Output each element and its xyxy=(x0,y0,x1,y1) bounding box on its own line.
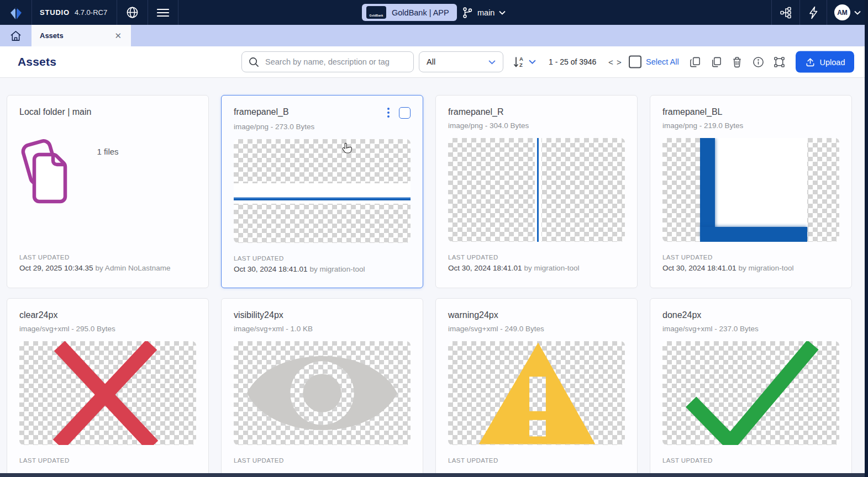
asset-meta: image/svg+xml - 1.0 KB xyxy=(234,325,411,333)
asset-card-header: framepanel_BL xyxy=(662,107,839,118)
hierarchy-button[interactable] xyxy=(771,0,799,25)
close-icon[interactable]: ✕ xyxy=(113,30,123,41)
flash-icon xyxy=(808,6,819,19)
brand-logo-icon xyxy=(8,5,24,20)
branch-name: main xyxy=(477,8,495,17)
info-button[interactable] xyxy=(752,56,764,68)
last-updated-date: Oct 30, 2024 18:41.01 xyxy=(448,264,522,272)
search-icon xyxy=(249,57,259,67)
git-branch-icon xyxy=(462,7,473,19)
asset-title: clear24px xyxy=(19,310,57,321)
asset-card[interactable]: visibility24pximage/svg+xml - 1.0 KB LAS… xyxy=(221,298,423,477)
card-menu-kebab-icon[interactable] xyxy=(386,107,391,119)
asset-card[interactable]: clear24pximage/svg+xml - 295.0 Bytes LAS… xyxy=(7,298,209,477)
vertical-scrollbar[interactable] xyxy=(865,0,868,477)
chevron-down-icon xyxy=(488,60,496,65)
navbar-right: AM xyxy=(771,0,868,25)
last-updated-date: Oct 30, 2024 18:41.01 xyxy=(662,264,737,272)
last-updated-label: LAST UPDATED xyxy=(234,255,411,262)
asset-updated: LAST UPDATED xyxy=(662,457,839,464)
chevron-down-icon xyxy=(854,10,861,15)
asset-updated: LAST UPDATEDOct 30, 2024 18:41.01by migr… xyxy=(234,255,411,273)
asset-card-header: Local folder | main xyxy=(19,107,196,118)
asset-preview xyxy=(234,139,411,243)
asset-meta: image/png - 304.0 Bytes xyxy=(448,121,625,130)
asset-image-red-x xyxy=(19,341,196,445)
last-updated-line: Oct 30, 2024 18:41.01by migration-tool xyxy=(234,265,411,273)
last-updated-label: LAST UPDATED xyxy=(662,254,839,261)
menu-icon xyxy=(157,8,169,17)
toolbar-actions xyxy=(689,56,785,68)
select-all-label[interactable]: Select All xyxy=(646,57,679,66)
select-all-checkbox[interactable] xyxy=(629,56,641,68)
last-updated-label: LAST UPDATED xyxy=(234,457,411,464)
asset-card[interactable]: done24pximage/svg+xml - 237.0 Bytes LAST… xyxy=(650,298,852,477)
search-box[interactable] xyxy=(241,51,414,72)
asset-card[interactable]: warning24pximage/svg+xml - 249.0 Bytes L… xyxy=(435,298,638,477)
asset-card[interactable]: framepanel_BLimage/png - 219.0 Bytes LAS… xyxy=(650,95,852,288)
sort-direction-chevron[interactable] xyxy=(529,60,536,65)
home-icon xyxy=(9,30,22,42)
last-updated-label: LAST UPDATED xyxy=(448,254,625,261)
asset-card[interactable]: framepanel_B image/png - 273.0 BytesLAST… xyxy=(221,95,423,288)
last-updated-label: LAST UPDATED xyxy=(662,457,839,464)
tab-assets[interactable]: Assets ✕ xyxy=(31,25,131,46)
globe-button[interactable] xyxy=(117,0,148,25)
product-name-section: STUDIO 4.7.0-RC7 xyxy=(32,0,117,25)
last-updated-line: Oct 30, 2024 18:41.01by migration-tool xyxy=(448,264,625,272)
asset-title: Local folder | main xyxy=(19,107,91,118)
asset-updated: LAST UPDATEDOct 29, 2025 10:34.35by Admi… xyxy=(19,254,196,272)
last-updated-date: Oct 30, 2024 18:41.01 xyxy=(234,265,308,273)
prev-page-button[interactable]: < xyxy=(608,57,613,67)
project-chip[interactable]: GoldBank GoldBank | APP xyxy=(362,4,457,21)
product-version: 4.7.0-RC7 xyxy=(75,8,107,17)
user-menu[interactable]: AM xyxy=(827,0,868,25)
tab-label: Assets xyxy=(40,31,64,40)
asset-image-corner-horizontal-bar xyxy=(700,227,807,242)
copy-icon xyxy=(690,56,701,68)
card-select-checkbox[interactable] xyxy=(399,107,411,119)
asset-title: warning24px xyxy=(448,310,498,321)
delete-button[interactable] xyxy=(731,56,743,68)
duplicate-button[interactable] xyxy=(710,56,722,68)
asset-preview xyxy=(19,341,196,445)
asset-updated: LAST UPDATED xyxy=(19,457,196,464)
tab-home[interactable] xyxy=(0,25,32,46)
select-area-button[interactable] xyxy=(773,56,785,68)
main-menu-button[interactable] xyxy=(148,0,178,25)
asset-title: framepanel_BL xyxy=(662,107,723,118)
sort-button[interactable]: A Z xyxy=(512,55,526,69)
hierarchy-icon xyxy=(779,6,792,19)
copy-button[interactable] xyxy=(689,56,701,68)
last-updated-line: Oct 29, 2025 10:34.35by Admin NoLastname xyxy=(19,264,196,272)
horizontal-scrollbar[interactable] xyxy=(0,473,868,477)
branch-selector[interactable]: main xyxy=(462,0,506,25)
asset-card[interactable]: Local folder | main 1 files LAST UPDATED… xyxy=(7,95,209,288)
quick-actions-button[interactable] xyxy=(799,0,827,25)
upload-button[interactable]: Upload xyxy=(796,51,854,73)
last-updated-author: by migration-tool xyxy=(524,264,580,272)
last-updated-date: Oct 29, 2025 10:34.35 xyxy=(19,264,93,272)
type-filter-value: All xyxy=(427,57,435,66)
search-input[interactable] xyxy=(264,57,407,67)
last-updated-line: Oct 30, 2024 18:41.01by migration-tool xyxy=(662,264,839,272)
documents-icon xyxy=(19,138,75,206)
last-updated-author: by migration-tool xyxy=(739,264,794,272)
type-filter-select[interactable]: All xyxy=(419,51,503,72)
asset-card-header: clear24px xyxy=(19,310,196,321)
asset-meta: image/png - 219.0 Bytes xyxy=(662,121,839,130)
page-title: Assets xyxy=(18,55,56,68)
asset-title: framepanel_B xyxy=(234,107,289,118)
asset-meta: image/svg+xml - 237.0 Bytes xyxy=(662,325,839,333)
last-updated-author: by Admin NoLastname xyxy=(96,264,171,272)
asset-meta: image/svg+xml - 249.0 Bytes xyxy=(448,325,625,333)
asset-card[interactable]: framepanel_Rimage/png - 304.0 BytesLAST … xyxy=(435,95,638,288)
svg-text:A: A xyxy=(519,56,523,62)
next-page-button[interactable]: > xyxy=(617,57,622,67)
app-logo[interactable] xyxy=(0,0,32,25)
upload-label: Upload xyxy=(820,57,845,66)
asset-updated: LAST UPDATEDOct 30, 2024 18:41.01by migr… xyxy=(662,254,839,272)
globe-icon xyxy=(126,6,139,19)
asset-preview xyxy=(448,138,625,242)
asset-updated: LAST UPDATED xyxy=(234,457,411,464)
